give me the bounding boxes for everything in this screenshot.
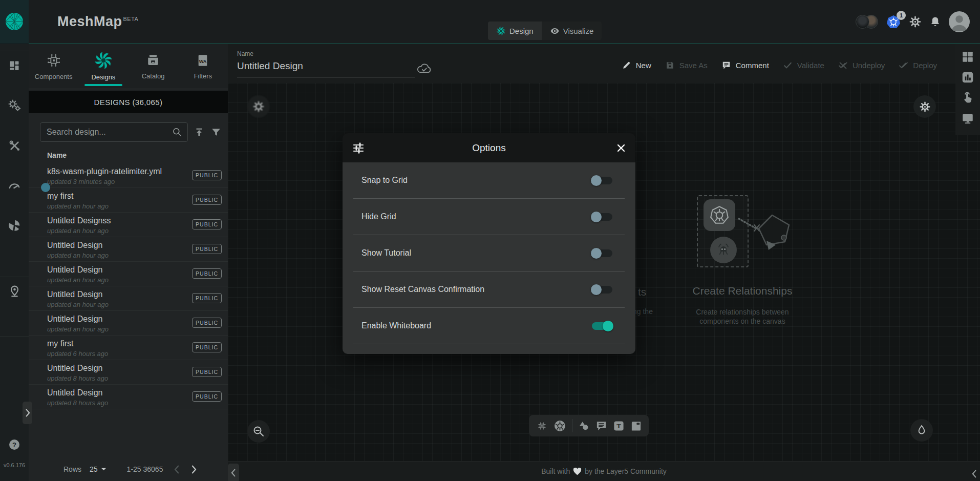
sidebar-item-extensions[interactable] — [0, 215, 29, 236]
comment-label: Comment — [736, 61, 769, 70]
enable-whiteboard-toggle[interactable] — [592, 322, 612, 330]
chevron-left-icon — [174, 465, 180, 474]
sliders-icon — [352, 141, 365, 155]
design-spiral-icon — [496, 26, 506, 36]
bar-chart-icon — [961, 71, 974, 84]
hint-line1: Create relationships between — [696, 308, 789, 316]
chevron-right-icon — [191, 465, 197, 474]
zoom-out-button[interactable] — [247, 420, 270, 443]
design-row[interactable]: Untitled Design updated an hour ago PUBL… — [29, 311, 228, 336]
add-component-button[interactable] — [536, 420, 548, 432]
tab-filters[interactable]: WA Filters — [178, 44, 228, 88]
rows-per-page-select[interactable]: 25 — [90, 465, 106, 473]
validate-button[interactable]: Validate — [783, 60, 824, 70]
design-row[interactable]: k8s-wasm-plugin-ratelimiter.yml updated … — [29, 163, 228, 188]
help-icon: ? — [9, 439, 20, 450]
gear-icon — [919, 101, 931, 113]
sidebar-item-dashboard[interactable] — [0, 55, 29, 76]
drop-tool-button[interactable] — [910, 419, 933, 442]
design-name-input[interactable] — [237, 57, 415, 77]
sidebar-item-performance[interactable] — [0, 175, 29, 196]
collaborator-avatar-1[interactable] — [856, 15, 869, 29]
search-input[interactable] — [47, 128, 172, 137]
footer-collapse-left[interactable] — [228, 464, 239, 481]
save-status — [416, 62, 432, 74]
options-modal: Options Snap to Grid Hide Grid Show Tuto… — [343, 133, 635, 354]
footer-collapse-right[interactable] — [969, 465, 980, 481]
design-row[interactable]: my first updated 6 hours ago PUBLIC — [29, 336, 228, 360]
analytics-button[interactable] — [961, 71, 974, 84]
add-media-button[interactable] — [630, 420, 642, 432]
demo-kubernetes-tile — [704, 199, 735, 231]
layer5-logo[interactable] — [0, 0, 29, 44]
hide-grid-toggle[interactable] — [592, 213, 612, 221]
rows-label: Rows — [63, 465, 81, 473]
import-design-button[interactable] — [194, 127, 205, 138]
undeploy-button[interactable]: Undeploy — [838, 60, 885, 70]
design-row[interactable]: my first updated an hour ago PUBLIC — [29, 188, 228, 213]
snap-to-grid-toggle[interactable] — [592, 177, 612, 184]
sidebar-item-configuration[interactable] — [0, 135, 29, 156]
design-row[interactable]: Untitled Design updated 8 hours ago PUBL… — [29, 360, 228, 385]
gear-flower-icon — [252, 100, 265, 113]
show-tutorial-toggle[interactable] — [592, 249, 612, 257]
design-list: k8s-wasm-plugin-ratelimiter.yml updated … — [29, 163, 228, 409]
tab-designs[interactable]: Designs — [78, 44, 128, 88]
canvas-settings-left-button[interactable] — [247, 95, 270, 118]
designs-count-header: DESIGNS (36,065) — [29, 91, 228, 113]
meshmap-app: MeshMapBETA Design — [0, 0, 980, 481]
add-shapes-button[interactable] — [578, 420, 590, 432]
demo-meshery-tile — [710, 237, 737, 263]
panel-expand-handle[interactable] — [23, 402, 32, 424]
toggle-knob — [591, 248, 602, 259]
tab-catalog[interactable]: Catalog — [129, 44, 178, 88]
toggle-knob — [591, 175, 602, 186]
visibility-badge: PUBLIC — [192, 268, 222, 279]
deploy-button[interactable]: Deploy — [899, 60, 937, 70]
tab-visualize-label: Visualize — [563, 27, 594, 35]
design-row[interactable]: Untitled Designss updated an hour ago PU… — [29, 213, 228, 237]
option-label: Snap to Grid — [361, 176, 408, 185]
name-field-label: Name — [237, 50, 415, 57]
search-icon[interactable] — [172, 127, 182, 137]
sidebar-item-meshmap[interactable] — [0, 281, 29, 301]
user-avatar[interactable] — [949, 11, 970, 32]
app-version: v0.6.176 — [0, 462, 29, 468]
add-text-button[interactable]: T — [613, 420, 625, 432]
add-kubernetes-node-button[interactable] — [553, 420, 566, 432]
reset-canvas-confirmation-toggle[interactable] — [592, 286, 612, 294]
settings-button[interactable] — [909, 15, 922, 28]
tab-design-label: Design — [509, 27, 534, 35]
prev-page-button[interactable] — [174, 465, 180, 474]
kubernetes-context-button[interactable]: 1 — [886, 14, 901, 30]
design-row[interactable]: Untitled Design updated 8 hours ago PUBL… — [29, 385, 228, 409]
design-row[interactable]: Untitled Design updated an hour ago PUBL… — [29, 262, 228, 286]
new-button[interactable]: New — [622, 60, 651, 70]
monitor-icon — [961, 112, 974, 125]
tab-components[interactable]: Components — [29, 44, 78, 88]
tab-visualize[interactable]: Visualize — [542, 22, 602, 40]
comment-button[interactable]: Comment — [721, 60, 769, 70]
chevron-left-icon — [972, 470, 977, 478]
sidebar-item-lifecycle[interactable] — [0, 95, 29, 116]
tab-design[interactable]: Design — [488, 22, 542, 40]
svg-text:T: T — [616, 422, 621, 430]
notifications-button[interactable] — [929, 16, 941, 28]
svg-text:WA: WA — [199, 59, 207, 64]
next-page-button[interactable] — [191, 465, 197, 474]
canvas-options-button[interactable] — [913, 95, 936, 118]
layouts-button[interactable] — [961, 50, 974, 64]
design-row[interactable]: Untitled Design updated an hour ago PUBL… — [29, 237, 228, 262]
interaction-mode-button[interactable] — [961, 91, 974, 104]
filter-button[interactable] — [210, 127, 222, 138]
help-button[interactable]: ? — [0, 434, 29, 455]
close-icon[interactable] — [616, 143, 626, 153]
app-header: MeshMapBETA Design — [0, 0, 980, 44]
display-button[interactable] — [961, 112, 974, 125]
add-comment-button[interactable] — [595, 420, 607, 432]
gear-icon — [909, 15, 922, 28]
option-label: Show Tutorial — [361, 248, 411, 258]
design-row[interactable]: Untitled Design updated an hour ago PUBL… — [29, 286, 228, 311]
kubernetes-outline-icon — [709, 204, 730, 226]
save-as-button[interactable]: Save As — [665, 60, 708, 70]
